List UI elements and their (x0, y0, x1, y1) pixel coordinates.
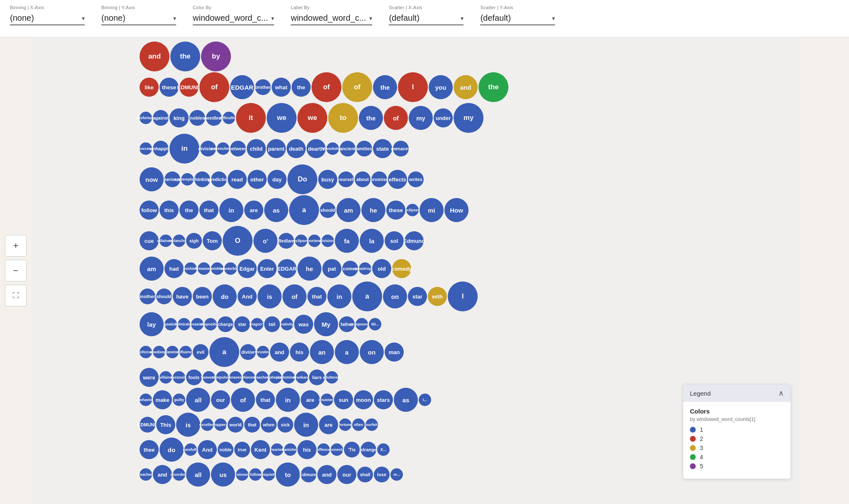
word-bubble[interactable]: lay (140, 312, 164, 336)
word-bubble[interactable]: ruinous (236, 468, 248, 481)
word-bubble[interactable]: comedy (392, 259, 411, 278)
word-bubble[interactable]: and (270, 343, 289, 362)
word-bubble[interactable]: my (454, 103, 483, 133)
word-bubble[interactable]: on (360, 340, 384, 364)
word-bubble[interactable]: that (256, 390, 275, 409)
word-bubble[interactable]: of (199, 72, 229, 102)
word-bubble[interactable]: between (230, 141, 246, 157)
word-bubble[interactable]: thieves (243, 371, 255, 384)
word-bubble[interactable]: lose (374, 467, 390, 482)
word-bubble[interactable]: of (312, 72, 341, 102)
word-bubble[interactable]: offence (317, 443, 330, 456)
word-bubble[interactable]: follow (140, 201, 159, 220)
word-bubble[interactable]: entrenchment (217, 142, 229, 155)
word-bubble[interactable]: is (176, 413, 200, 437)
word-bubble[interactable]: writes (408, 171, 424, 187)
word-bubble[interactable]: I (398, 72, 428, 102)
word-bubble[interactable]: dragon's (251, 318, 263, 330)
word-bubble[interactable]: unhappily (153, 141, 169, 157)
word-bubble[interactable]: and (317, 465, 336, 484)
word-bubble[interactable]: in (169, 134, 199, 164)
word-bubble[interactable]: an (310, 340, 334, 364)
word-bubble[interactable]: that (307, 287, 326, 306)
word-bubble[interactable]: EDGAR (230, 75, 254, 99)
word-bubble[interactable]: Tom (203, 231, 222, 250)
word-bubble[interactable]: busy (318, 170, 337, 189)
zoom-in-button[interactable]: + (5, 235, 27, 257)
word-bubble[interactable]: and (140, 42, 169, 71)
word-bubble[interactable]: drunkards (296, 371, 308, 384)
word-bubble[interactable]: should (156, 289, 172, 304)
word-bubble[interactable]: the (478, 72, 508, 102)
word-bubble[interactable]: influence (179, 346, 192, 358)
word-bubble[interactable]: in (276, 388, 300, 412)
word-bubble[interactable]: mother (140, 289, 155, 304)
word-bubble[interactable]: strange (361, 442, 376, 458)
word-bubble[interactable]: read (228, 170, 247, 189)
word-bubble[interactable]: And (198, 440, 217, 459)
word-bubble[interactable]: banished (284, 443, 297, 456)
word-bubble[interactable]: you (429, 75, 453, 99)
word-bubble[interactable]: effects (388, 170, 407, 189)
word-bubble[interactable]: hearted (271, 443, 283, 456)
word-bubble[interactable]: foppery (214, 418, 227, 431)
word-bubble[interactable]: he (297, 257, 321, 281)
word-bubble[interactable]: divisions (321, 235, 334, 247)
word-bubble[interactable]: obedience (153, 346, 165, 358)
word-bubble[interactable]: true (234, 442, 250, 458)
word-bubble[interactable]: i... (419, 394, 431, 406)
word-bubble[interactable]: treachery (140, 468, 152, 481)
word-bubble[interactable]: a (335, 340, 359, 364)
word-bubble[interactable]: la (360, 229, 384, 253)
word-bubble[interactable]: thrusting (257, 346, 269, 358)
word-bubble[interactable]: now (140, 167, 164, 191)
word-bubble[interactable]: melancholy (173, 235, 185, 247)
word-bubble[interactable]: How (444, 198, 469, 222)
word-bubble[interactable]: have (173, 287, 192, 306)
word-bubble[interactable]: disorders (173, 468, 185, 481)
word-bubble[interactable]: as (264, 198, 288, 222)
word-bubble[interactable]: fortune (339, 418, 351, 431)
word-bubble[interactable]: Edgar (238, 259, 257, 278)
word-bubble[interactable]: shall (357, 467, 373, 482)
word-bubble[interactable]: eclipses (406, 204, 419, 216)
toolbar-select-5[interactable]: (default) ▾ (480, 12, 555, 25)
word-bubble[interactable]: This (156, 415, 175, 434)
word-bubble[interactable]: catastrophe (359, 262, 371, 275)
word-bubble[interactable]: dissolution (326, 142, 339, 155)
word-bubble[interactable]: sigh (186, 233, 202, 249)
word-bubble[interactable]: against (153, 110, 169, 126)
word-bubble[interactable]: these (386, 201, 405, 220)
word-bubble[interactable]: adulterers (326, 371, 338, 384)
word-bubble[interactable]: state (373, 139, 392, 158)
word-bubble[interactable]: of (282, 284, 307, 308)
word-bubble[interactable]: pat (322, 259, 341, 278)
word-bubble[interactable]: contemplation (181, 173, 194, 186)
word-bubble[interactable]: compulsion (216, 371, 228, 384)
word-bubble[interactable]: man (385, 343, 404, 362)
word-bubble[interactable]: with (428, 287, 447, 306)
word-bubble[interactable]: am (140, 257, 164, 281)
word-bubble[interactable]: disasters (321, 394, 333, 406)
word-bubble[interactable]: necessity (173, 371, 185, 384)
word-bubble[interactable]: to (328, 103, 358, 133)
word-bubble[interactable]: and (153, 465, 172, 484)
word-bubble[interactable]: fools (186, 369, 202, 385)
word-bubble[interactable]: old (372, 259, 391, 278)
word-bubble[interactable]: the (292, 78, 311, 97)
word-bubble[interactable]: these (159, 78, 179, 97)
word-bubble[interactable]: guilty (173, 394, 185, 406)
word-bubble[interactable]: was (294, 315, 313, 334)
word-bubble[interactable]: the (359, 106, 383, 130)
word-bubble[interactable]: menaces (393, 141, 409, 157)
word-bubble[interactable]: E... (377, 443, 390, 456)
word-bubble[interactable]: this (159, 201, 179, 220)
word-bubble[interactable]: in (294, 413, 318, 437)
word-bubble[interactable]: world (228, 417, 243, 433)
word-bubble[interactable]: make (153, 390, 172, 409)
word-bubble[interactable]: the (170, 42, 200, 71)
word-bubble[interactable]: been (193, 287, 212, 306)
word-bubble[interactable]: carefully (184, 443, 197, 456)
word-bubble[interactable]: sol (385, 231, 404, 250)
word-bubble[interactable]: his (290, 343, 309, 362)
